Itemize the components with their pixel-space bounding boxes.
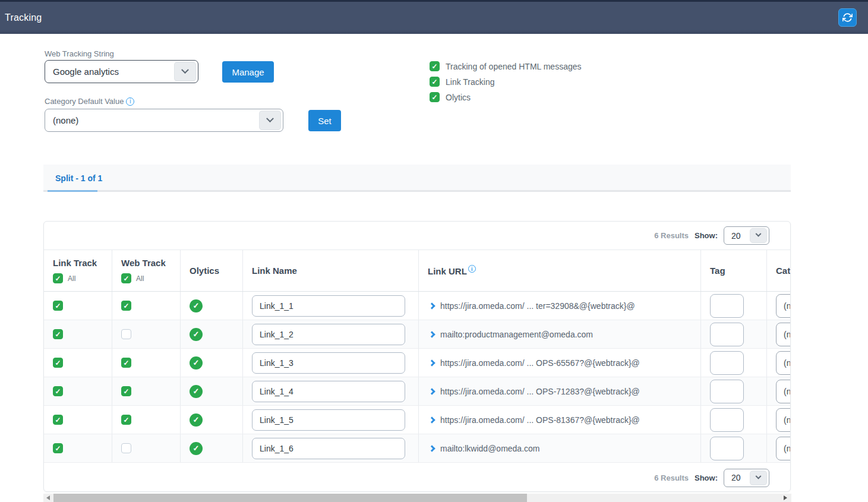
select-arrow-button[interactable]: [174, 62, 196, 81]
link-name-input[interactable]: [252, 381, 405, 402]
table-row: mailto:lkwidd@omeda.com (none): [44, 434, 790, 463]
tag-cell: [701, 292, 767, 320]
select-arrow-button[interactable]: [750, 228, 767, 243]
olytics-checkbox[interactable]: [430, 92, 440, 102]
tag-input[interactable]: [710, 380, 744, 403]
category-select[interactable]: (none): [776, 380, 791, 403]
set-button[interactable]: Set: [308, 110, 341, 131]
column-link-name: Link Name: [243, 250, 419, 291]
table-row: https://jira.omeda.com/ ... OPS-71283?@{…: [44, 377, 790, 406]
results-count: 6 Results: [654, 473, 689, 482]
web-track-checkbox[interactable]: [121, 301, 131, 311]
link-track-cell: [44, 434, 112, 462]
select-arrow-button[interactable]: [259, 110, 281, 130]
select-arrow-button[interactable]: [750, 471, 767, 485]
category-cell: (none): [767, 377, 791, 405]
show-count-select[interactable]: 20: [724, 469, 769, 487]
link-name-input[interactable]: [252, 438, 405, 459]
link-name-cell: [243, 320, 419, 348]
category-value: (none): [784, 387, 791, 396]
link-url-text: mailto:productmanagement@omeda.com: [440, 330, 593, 339]
chevron-right-icon[interactable]: [428, 388, 435, 394]
olytics-check-icon: [190, 413, 203, 427]
category-select[interactable]: (none): [776, 323, 791, 346]
chevron-right-icon[interactable]: [428, 302, 435, 309]
tag-input[interactable]: [710, 351, 744, 375]
link-track-checkbox[interactable]: [53, 301, 63, 311]
web-track-checkbox[interactable]: [121, 443, 131, 453]
link-name-cell: [243, 377, 419, 405]
table-row: https://jira.omeda.com/ ... OPS-65567?@{…: [44, 349, 790, 377]
scroll-left-arrow-icon[interactable]: [46, 495, 50, 500]
link-name-input[interactable]: [252, 295, 405, 317]
tag-input[interactable]: [710, 437, 744, 460]
column-link-track: Link Track All: [44, 250, 112, 291]
refresh-button[interactable]: [838, 8, 857, 27]
link-url-text: mailto:lkwidd@omeda.com: [440, 444, 540, 453]
tracking-opened-html-checkbox[interactable]: [430, 61, 440, 71]
category-select[interactable]: (none): [776, 437, 791, 460]
category-cell: (none): [767, 406, 791, 434]
results-bar-bottom: 6 Results Show: 20: [44, 463, 790, 492]
link-url-cell: mailto:productmanagement@omeda.com: [419, 320, 701, 348]
category-select[interactable]: (none): [776, 351, 791, 375]
tracking-option-row: Olytics: [430, 92, 582, 102]
link-track-cell: [44, 377, 112, 405]
link-track-checkbox[interactable]: [53, 329, 63, 339]
category-default-value-select[interactable]: (none): [45, 109, 283, 132]
table-header-row: Link Track All Web Track All Olytics Lin…: [44, 250, 790, 292]
tag-cell: [701, 320, 767, 348]
tag-input[interactable]: [710, 323, 744, 346]
link-track-checkbox[interactable]: [53, 358, 63, 368]
tracking-option-row: Tracking of opened HTML messages: [430, 61, 582, 71]
scrollbar-thumb[interactable]: [53, 494, 527, 502]
refresh-icon: [842, 12, 853, 23]
chevron-right-icon[interactable]: [428, 331, 435, 337]
olytics-cell: [181, 349, 243, 377]
link-tracking-checkbox[interactable]: [430, 77, 440, 87]
tag-input[interactable]: [710, 294, 744, 318]
chevron-right-icon[interactable]: [428, 445, 435, 452]
tab-split-1-of-1[interactable]: Split - 1 of 1: [48, 165, 110, 192]
links-table-panel: 6 Results Show: 20 Link Track All Web Tr…: [43, 221, 791, 492]
horizontal-scrollbar[interactable]: [43, 494, 791, 502]
chevron-right-icon[interactable]: [428, 416, 435, 423]
chevron-down-icon: [756, 231, 762, 237]
link-name-input[interactable]: [252, 352, 405, 374]
table-row: https://jira.omeda.com/ ... OPS-81367?@{…: [44, 406, 790, 434]
link-track-checkbox[interactable]: [53, 386, 63, 396]
page-title: Tracking: [0, 12, 42, 23]
web-track-checkbox[interactable]: [121, 358, 131, 368]
show-count-select[interactable]: 20: [724, 226, 769, 245]
category-select[interactable]: (none): [776, 408, 791, 432]
link-track-cell: [44, 320, 112, 348]
link-track-checkbox[interactable]: [53, 443, 63, 453]
web-track-cell: [112, 292, 181, 320]
link-track-checkbox[interactable]: [53, 415, 63, 425]
chevron-right-icon[interactable]: [428, 359, 435, 366]
link-track-all-checkbox[interactable]: [53, 273, 63, 283]
tracking-option-row: Link Tracking: [430, 77, 582, 87]
link-track-header-label: Link Track: [53, 258, 112, 268]
web-track-all-checkbox[interactable]: [121, 273, 131, 283]
link-name-input[interactable]: [252, 324, 405, 345]
show-count-value: 20: [724, 231, 741, 241]
active-tab-underline: [48, 190, 97, 192]
web-track-checkbox[interactable]: [121, 415, 131, 425]
info-icon[interactable]: [126, 97, 134, 106]
link-name-header-label: Link Name: [252, 266, 418, 276]
web-track-checkbox[interactable]: [121, 329, 131, 339]
web-track-checkbox[interactable]: [121, 386, 131, 396]
web-tracking-string-select[interactable]: Google analytics: [45, 60, 198, 83]
manage-button[interactable]: Manage: [222, 61, 274, 83]
info-icon[interactable]: [468, 265, 476, 273]
tag-input[interactable]: [710, 408, 744, 432]
link-track-cell: [44, 349, 112, 377]
olytics-check-icon: [190, 328, 203, 341]
link-name-input[interactable]: [252, 409, 405, 431]
olytics-cell: [181, 292, 243, 320]
scroll-right-arrow-icon[interactable]: [784, 495, 787, 500]
category-select[interactable]: (none): [776, 294, 791, 318]
olytics-check-icon: [190, 385, 203, 398]
column-link-url: Link URL: [419, 250, 701, 291]
